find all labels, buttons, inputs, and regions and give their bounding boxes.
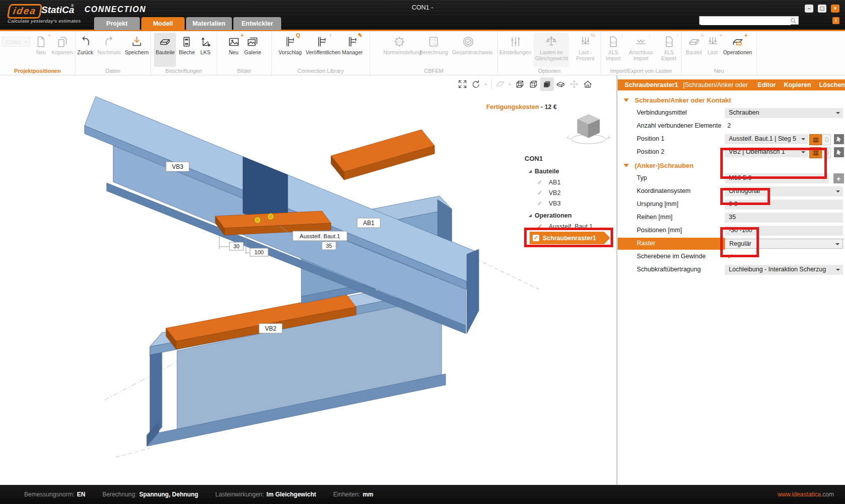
section-schrauben-anker-oder-kontakt[interactable]: Schrauben/Anker oder Kontakt bbox=[618, 93, 845, 107]
prop-value-position-1[interactable]: Aussteif. Baut.1 | Steg 5 bbox=[725, 134, 808, 144]
ribbon-item-xls-export[interactable]: ↑XLS Export bbox=[656, 33, 681, 67]
check-icon[interactable]: ✓ bbox=[537, 189, 545, 196]
ribbon-item-zurück[interactable]: Zurück bbox=[75, 33, 95, 67]
dropdown-arrow-icon[interactable] bbox=[822, 177, 826, 181]
check-icon[interactable]: ✓ bbox=[537, 199, 545, 207]
ribbon-item-lasten-im-gleichgewicht[interactable]: Lasten im Gleichgewicht bbox=[534, 33, 569, 67]
prop-value-schubkraftübertragung[interactable]: Lochleibung - Interaktion Scherzug bbox=[725, 265, 843, 275]
ribbon-item-operationen[interactable]: +Operationen bbox=[722, 33, 754, 67]
dropdown-arrow-icon[interactable] bbox=[835, 243, 839, 247]
ribbon-item-neu[interactable]: +Neu bbox=[226, 33, 242, 67]
ribbon-item-nochmals[interactable]: Nochmals bbox=[96, 33, 123, 67]
ribbon-item-neu[interactable]: +Neu bbox=[33, 33, 49, 67]
tree-item-ab1[interactable]: ✓AB1 bbox=[521, 177, 616, 187]
prop-value-ursprung-mm[interactable]: 0 0 bbox=[725, 199, 843, 210]
section-dropdown-chevron-icon[interactable] bbox=[507, 77, 513, 91]
home-view-button[interactable] bbox=[581, 77, 595, 91]
ribbon-item-normeinstellung[interactable]: Normeinstellung bbox=[382, 33, 417, 67]
tree-item-vb2[interactable]: ✓VB2 bbox=[521, 187, 616, 198]
expander-icon[interactable] bbox=[529, 214, 532, 217]
prop-value-typ[interactable]: M16 5.6 bbox=[725, 173, 829, 183]
search-input[interactable] bbox=[699, 16, 799, 25]
detail-button[interactable] bbox=[822, 134, 831, 145]
3d-viewport[interactable]: 30 100 35 VB3 AB1 VB2 Aussteif. Baut.1 bbox=[0, 75, 618, 485]
ribbon-item-speichern[interactable]: Speichern bbox=[123, 33, 150, 67]
transparent-view-button[interactable] bbox=[554, 77, 567, 91]
minimize-button[interactable]: – bbox=[805, 5, 813, 13]
orbit-button[interactable] bbox=[469, 77, 483, 91]
solid-view-button[interactable] bbox=[540, 77, 554, 91]
collapse-triangle-icon[interactable] bbox=[624, 164, 629, 167]
prop-value-reihen-mm[interactable]: 35 bbox=[725, 213, 843, 223]
navigation-cube[interactable] bbox=[567, 115, 610, 144]
tree-item-vb3[interactable]: ✓VB3 bbox=[521, 198, 616, 209]
prop-value-positionen-mm[interactable]: -30 -100 bbox=[725, 226, 843, 236]
tree-item-operationen[interactable]: Operationen bbox=[521, 210, 616, 221]
tab-entwickler[interactable]: Entwickler bbox=[233, 17, 281, 30]
maximize-button[interactable]: ▢ bbox=[818, 5, 826, 13]
info-button[interactable]: i bbox=[832, 17, 839, 24]
tab-materialien[interactable]: Materialien bbox=[186, 17, 232, 30]
scene-canvas[interactable]: 30 100 35 VB3 AB1 VB2 Aussteif. Baut.1 bbox=[0, 75, 616, 485]
plate-side-button[interactable] bbox=[809, 147, 822, 158]
check-icon[interactable]: ✓ bbox=[533, 235, 539, 241]
copy-operation-button[interactable]: Kopieren bbox=[784, 81, 811, 88]
ribbon-item-berechnung[interactable]: Berechnung bbox=[418, 33, 450, 67]
zoom-fit-button[interactable] bbox=[456, 77, 469, 91]
ribbon-item-vorschlag[interactable]: QVorschlag bbox=[277, 33, 303, 67]
ribbon-item-con1[interactable]: CON1 bbox=[1, 33, 32, 67]
ribbon-item-last[interactable]: +Last bbox=[705, 33, 721, 67]
pan-axis-button[interactable] bbox=[567, 77, 581, 91]
tree-item-schraubenraster1[interactable]: ✓Schraubenraster1 bbox=[530, 232, 610, 244]
ribbon-item-bleche[interactable]: Bleche bbox=[177, 33, 196, 67]
website-link[interactable]: www.ideastatica.com bbox=[778, 491, 834, 498]
delete-operation-button[interactable]: Löschen bbox=[819, 81, 845, 88]
prop-value-verbindungsmittel[interactable]: Schrauben bbox=[725, 108, 843, 118]
project-item-select[interactable]: CON1 bbox=[2, 37, 30, 47]
tree-root[interactable]: CON1 bbox=[521, 153, 616, 164]
plate-ab1-flange[interactable] bbox=[331, 130, 435, 180]
wireframe-view-button[interactable] bbox=[513, 77, 527, 91]
ribbon-item-einstellungen[interactable]: Einstellungen bbox=[498, 33, 533, 67]
pick-in-scene-button[interactable] bbox=[834, 147, 844, 157]
editor-button[interactable]: Editor bbox=[757, 81, 776, 88]
dropdown-arrow-icon[interactable] bbox=[836, 190, 840, 194]
add-bolt-type-button[interactable]: + bbox=[833, 173, 844, 183]
check-icon[interactable]: ✓ bbox=[537, 223, 545, 230]
section-plane-button[interactable] bbox=[493, 77, 507, 91]
orbit-dropdown-chevron-icon[interactable] bbox=[483, 77, 489, 91]
ribbon-item-gesamtnachweis[interactable]: Gesamtnachweis bbox=[451, 33, 486, 67]
prop-value-raster[interactable]: Regulär bbox=[725, 239, 843, 249]
tab-projekt[interactable]: Projekt bbox=[94, 17, 140, 30]
expander-icon[interactable] bbox=[529, 170, 532, 173]
ribbon-item-bauteil[interactable]: +Bauteil bbox=[685, 33, 704, 67]
tree-item-bauteile[interactable]: Bauteile bbox=[521, 166, 616, 177]
ribbon-item-anschluss-import[interactable]: ↓Anschluss Import bbox=[626, 33, 655, 67]
section-anker-schrauben[interactable]: (Anker-)Schrauben bbox=[618, 159, 845, 172]
hidden-line-view-button[interactable] bbox=[527, 77, 540, 91]
collapse-triangle-icon[interactable] bbox=[624, 98, 629, 102]
plate-side-button[interactable] bbox=[809, 134, 822, 145]
prop-check-scherebene-im-gewinde[interactable]: ✓ bbox=[727, 252, 733, 260]
check-icon[interactable]: ✓ bbox=[537, 178, 545, 186]
dropdown-arrow-icon[interactable] bbox=[836, 269, 840, 273]
ribbon-item-galerie[interactable]: Galerie bbox=[243, 33, 263, 67]
ribbon-item-last-prozent[interactable]: %Last - Prozent bbox=[570, 33, 601, 67]
detail-button[interactable] bbox=[822, 147, 831, 158]
close-button[interactable]: × bbox=[831, 5, 839, 13]
pick-in-scene-button[interactable] bbox=[834, 134, 844, 144]
ribbon-item-kopieren[interactable]: Kopieren bbox=[50, 33, 74, 67]
dropdown-arrow-icon[interactable] bbox=[801, 138, 805, 142]
dropdown-arrow-icon[interactable] bbox=[801, 151, 805, 155]
dropdown-arrow-icon[interactable] bbox=[836, 112, 840, 116]
ribbon-item-veröffentlichen[interactable]: ↑Veröffentlichen bbox=[304, 33, 340, 67]
prop-value-position-2[interactable]: VB2 | Oberflansch 1 bbox=[725, 147, 808, 157]
prop-value-koordinatensystem[interactable]: Orthogonal bbox=[725, 186, 843, 196]
ribbon-item-lks[interactable]: LKS bbox=[198, 33, 214, 67]
ribbon-item-bauteile[interactable]: Bauteile bbox=[154, 33, 176, 67]
ribbon-item-xls-import[interactable]: ↓XLS Import bbox=[601, 33, 625, 67]
tree-item-aussteif-baut-1[interactable]: ✓Aussteif. Baut.1 bbox=[521, 221, 616, 232]
tab-modell[interactable]: Modell bbox=[141, 17, 185, 30]
ribbon-item-manager[interactable]: ✎Manager bbox=[341, 33, 364, 67]
search-field[interactable] bbox=[701, 17, 791, 25]
